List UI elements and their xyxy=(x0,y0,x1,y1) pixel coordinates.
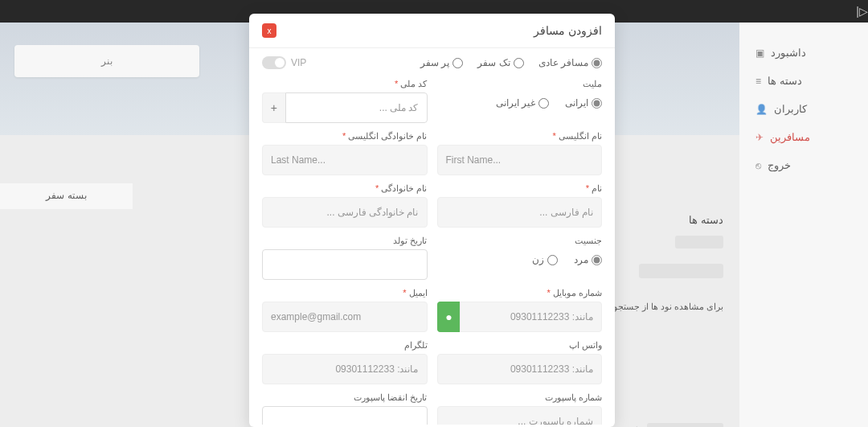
name-fa-input[interactable] xyxy=(437,197,603,228)
add-passenger-modal: افزودن مسافر x مسافر عادی تک سفر پر سفر … xyxy=(249,14,615,427)
whatsapp-label: واتس اپ xyxy=(437,340,603,351)
telegram-input[interactable] xyxy=(262,354,428,384)
email-input[interactable] xyxy=(262,302,428,332)
national-id-input[interactable] xyxy=(285,92,428,123)
name-en-input[interactable] xyxy=(437,145,603,175)
passenger-type-full[interactable]: پر سفر xyxy=(420,57,463,68)
modal-title: افزودن مسافر xyxy=(534,24,602,37)
birthdate-label: تاریخ تولد xyxy=(262,236,428,246)
email-label: ایمیل xyxy=(262,288,428,298)
vip-toggle[interactable] xyxy=(262,56,286,69)
lastname-en-input[interactable] xyxy=(262,145,428,175)
mobile-label: شماره موبایل xyxy=(437,288,603,298)
vip-toggle-group: VIP xyxy=(262,56,306,69)
birthdate-input[interactable] xyxy=(262,249,428,280)
passport-no-label: شماره پاسپورت xyxy=(437,392,603,403)
passenger-type-single[interactable]: تک سفر xyxy=(477,57,523,68)
national-id-add-button[interactable]: + xyxy=(262,92,285,123)
modal-header: افزودن مسافر x xyxy=(249,14,615,48)
modal-body: مسافر عادی تک سفر پر سفر VIP ملیت ایرانی… xyxy=(249,48,615,425)
close-button[interactable]: x xyxy=(262,23,276,38)
nationality-non-iranian[interactable]: غیر ایرانی xyxy=(496,97,549,109)
lastname-fa-input[interactable] xyxy=(262,197,428,228)
telegram-label: تلگرام xyxy=(262,340,428,351)
gender-label: جنسیت xyxy=(437,236,603,246)
nationality-label: ملیت xyxy=(437,79,603,89)
passport-no-input[interactable] xyxy=(437,406,603,425)
passenger-type-group: مسافر عادی تک سفر پر سفر xyxy=(420,57,602,68)
lastname-en-label: نام خانوادگی انگلیسی xyxy=(262,131,428,142)
mobile-verify-button[interactable]: ● xyxy=(437,302,461,332)
name-en-label: نام انگلیسی xyxy=(437,131,603,142)
nationality-group: ایرانی غیر ایرانی xyxy=(437,92,603,109)
whatsapp-input[interactable] xyxy=(437,354,603,384)
passenger-type-normal[interactable]: مسافر عادی xyxy=(538,57,602,68)
nationality-iranian[interactable]: ایرانی xyxy=(565,97,602,109)
passport-exp-label: تاریخ انقضا پاسپورت xyxy=(262,392,428,403)
mobile-input[interactable] xyxy=(460,302,602,332)
lastname-fa-label: نام خانوادگی xyxy=(262,183,428,194)
gender-male[interactable]: مرد xyxy=(574,254,602,265)
vip-label: VIP xyxy=(291,57,306,68)
gender-female[interactable]: زن xyxy=(532,254,558,265)
passport-exp-input[interactable] xyxy=(262,406,428,425)
national-id-label: کد ملی xyxy=(262,79,428,89)
name-fa-label: نام xyxy=(437,183,603,194)
gender-group: مرد زن xyxy=(437,249,603,265)
